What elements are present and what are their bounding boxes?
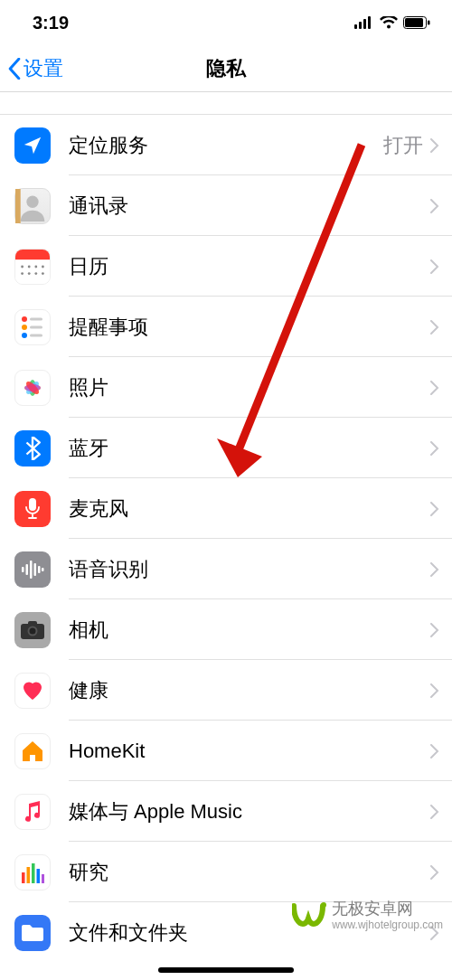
status-indicators	[354, 16, 430, 29]
svg-point-15	[21, 272, 24, 275]
chevron-left-icon	[7, 58, 22, 80]
row-label: 麦克风	[69, 495, 430, 523]
health-icon	[14, 673, 51, 709]
row-label: 定位服务	[69, 132, 383, 159]
chevron-right-icon	[430, 259, 439, 274]
row-value: 打开	[383, 132, 423, 159]
row-label: 日历	[69, 253, 430, 280]
chevron-right-icon	[430, 683, 439, 698]
svg-point-17	[34, 272, 37, 275]
svg-rect-6	[428, 21, 430, 25]
battery-icon	[403, 16, 430, 29]
svg-rect-46	[42, 874, 44, 883]
svg-rect-43	[27, 867, 31, 883]
svg-rect-39	[28, 621, 37, 626]
chevron-right-icon	[430, 441, 439, 456]
row-health[interactable]: 健康	[0, 660, 452, 721]
chevron-right-icon	[430, 865, 439, 880]
watermark-brand: 无极安卓网	[332, 900, 443, 919]
chevron-right-icon	[430, 138, 439, 153]
svg-point-49	[321, 902, 326, 908]
svg-rect-33	[26, 564, 29, 575]
svg-rect-34	[30, 561, 33, 579]
home-icon	[14, 733, 51, 769]
row-label: HomeKit	[69, 740, 430, 763]
speech-icon	[14, 551, 51, 588]
row-media-apple-music[interactable]: 媒体与 Apple Music	[0, 781, 452, 842]
row-label: 相机	[69, 617, 430, 644]
music-icon	[14, 794, 51, 830]
chevron-right-icon	[430, 320, 439, 335]
svg-point-12	[28, 265, 31, 268]
photos-icon	[14, 370, 51, 406]
svg-point-7	[26, 195, 38, 207]
svg-rect-9	[15, 250, 50, 259]
row-label: 照片	[69, 374, 430, 401]
row-calendar[interactable]: 日历	[0, 236, 452, 297]
status-time: 3:19	[33, 13, 69, 33]
row-label: 研究	[69, 859, 430, 886]
row-speech-recognition[interactable]: 语音识别	[0, 539, 452, 599]
row-label: 蓝牙	[69, 435, 430, 462]
svg-rect-42	[22, 872, 25, 883]
location-icon	[14, 127, 51, 164]
nav-back-label: 设置	[24, 55, 63, 82]
svg-point-41	[30, 627, 36, 634]
svg-rect-8	[15, 189, 21, 223]
svg-rect-44	[32, 863, 35, 883]
svg-point-18	[42, 272, 44, 275]
svg-rect-10	[15, 259, 50, 284]
row-reminders[interactable]: 提醒事项	[0, 297, 452, 357]
row-label: 媒体与 Apple Music	[69, 798, 430, 825]
chevron-right-icon	[430, 805, 439, 819]
microphone-icon	[14, 491, 51, 527]
camera-icon	[14, 612, 51, 648]
row-homekit[interactable]: HomeKit	[0, 721, 452, 781]
svg-rect-23	[30, 325, 42, 328]
chevron-right-icon	[430, 744, 439, 759]
settings-list: 定位服务 打开 通讯录 日历 提醒事项 照片 蓝牙	[0, 114, 452, 963]
row-bluetooth[interactable]: 蓝牙	[0, 418, 452, 478]
chevron-right-icon	[430, 623, 439, 637]
svg-point-13	[34, 265, 37, 268]
row-location-services[interactable]: 定位服务 打开	[0, 115, 452, 175]
svg-rect-3	[368, 16, 371, 29]
nav-back-button[interactable]: 设置	[7, 55, 63, 82]
nav-title: 隐私	[206, 55, 246, 82]
folder-icon	[14, 915, 51, 951]
svg-rect-24	[30, 334, 42, 336]
svg-rect-35	[34, 563, 37, 576]
row-microphone[interactable]: 麦克风	[0, 478, 452, 539]
svg-rect-0	[354, 24, 357, 29]
svg-rect-36	[38, 566, 41, 573]
row-contacts[interactable]: 通讯录	[0, 175, 452, 236]
svg-rect-1	[359, 22, 362, 29]
nav-bar: 设置 隐私	[0, 45, 452, 92]
svg-point-14	[42, 265, 44, 268]
svg-rect-37	[42, 568, 44, 571]
svg-rect-32	[22, 567, 24, 572]
reminders-icon	[14, 309, 51, 345]
svg-rect-22	[30, 317, 42, 320]
svg-point-21	[22, 333, 27, 338]
chevron-right-icon	[430, 199, 439, 213]
calendar-icon	[14, 249, 51, 285]
chevron-right-icon	[430, 562, 439, 577]
svg-rect-2	[363, 19, 366, 29]
svg-rect-31	[29, 498, 36, 511]
wifi-icon	[380, 16, 398, 29]
svg-point-20	[22, 325, 27, 330]
row-label: 提醒事项	[69, 314, 430, 341]
watermark-url: www.wjhotelgroup.com	[332, 919, 443, 931]
svg-rect-5	[405, 18, 423, 27]
row-label: 健康	[69, 677, 430, 704]
row-research[interactable]: 研究	[0, 842, 452, 902]
watermark: 无极安卓网 www.wjhotelgroup.com	[292, 900, 443, 931]
chevron-right-icon	[430, 381, 439, 395]
status-bar: 3:19	[0, 0, 452, 45]
row-photos[interactable]: 照片	[0, 357, 452, 418]
signal-icon	[354, 16, 374, 29]
row-camera[interactable]: 相机	[0, 599, 452, 660]
bluetooth-icon	[14, 430, 51, 466]
chevron-right-icon	[430, 502, 439, 516]
